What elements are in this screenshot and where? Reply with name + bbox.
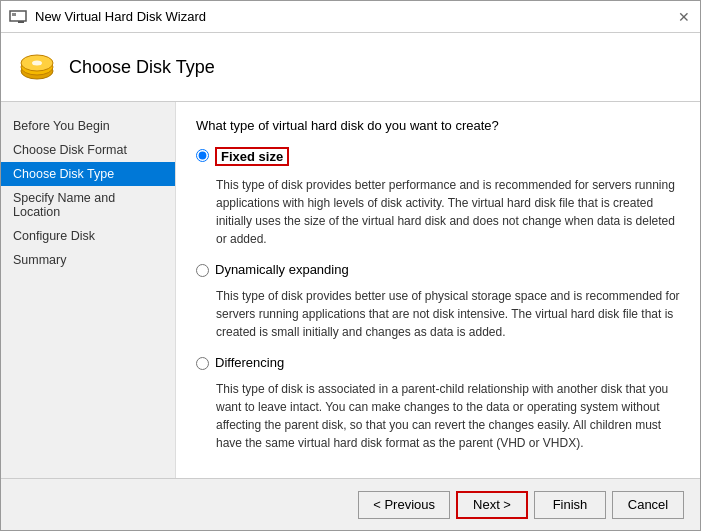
header-icon — [17, 47, 57, 87]
differencing-desc: This type of disk is associated in a par… — [216, 380, 680, 452]
sidebar-item-specify-name-location[interactable]: Specify Name and Location — [1, 186, 175, 224]
sidebar-item-choose-disk-type[interactable]: Choose Disk Type — [1, 162, 175, 186]
sidebar-item-before-you-begin[interactable]: Before You Begin — [1, 114, 175, 138]
previous-button[interactable]: < Previous — [358, 491, 450, 519]
title-bar: New Virtual Hard Disk Wizard ✕ — [1, 1, 700, 33]
next-button[interactable]: Next > — [456, 491, 528, 519]
dynamically-expanding-label: Dynamically expanding — [215, 262, 349, 277]
sidebar-item-configure-disk[interactable]: Configure Disk — [1, 224, 175, 248]
fixed-size-desc: This type of disk provides better perfor… — [216, 176, 680, 248]
window-icon — [9, 9, 29, 25]
content-question: What type of virtual hard disk do you wa… — [196, 118, 680, 133]
differencing-radio[interactable] — [196, 357, 209, 370]
sidebar: Before You Begin Choose Disk Format Choo… — [1, 102, 176, 478]
window: New Virtual Hard Disk Wizard ✕ Choose Di… — [0, 0, 701, 531]
dynamically-expanding-desc: This type of disk provides better use of… — [216, 287, 680, 341]
footer: < Previous Next > Finish Cancel — [1, 478, 700, 530]
sidebar-item-summary[interactable]: Summary — [1, 248, 175, 272]
header-title: Choose Disk Type — [69, 57, 215, 78]
fixed-size-label: Fixed size — [215, 147, 289, 166]
content-area: What type of virtual hard disk do you wa… — [176, 102, 700, 478]
window-title: New Virtual Hard Disk Wizard — [35, 9, 676, 24]
svg-point-6 — [32, 61, 42, 66]
svg-rect-2 — [18, 21, 24, 23]
main-content: Before You Begin Choose Disk Format Choo… — [1, 102, 700, 478]
differencing-option[interactable]: Differencing — [196, 355, 680, 370]
fixed-size-radio[interactable] — [196, 149, 209, 162]
differencing-label: Differencing — [215, 355, 284, 370]
dynamically-expanding-option[interactable]: Dynamically expanding — [196, 262, 680, 277]
close-button[interactable]: ✕ — [676, 9, 692, 25]
dynamically-expanding-radio[interactable] — [196, 264, 209, 277]
svg-rect-1 — [12, 13, 16, 16]
fixed-size-option[interactable]: Fixed size — [196, 147, 680, 166]
cancel-button[interactable]: Cancel — [612, 491, 684, 519]
sidebar-item-choose-disk-format[interactable]: Choose Disk Format — [1, 138, 175, 162]
finish-button[interactable]: Finish — [534, 491, 606, 519]
header-section: Choose Disk Type — [1, 33, 700, 102]
